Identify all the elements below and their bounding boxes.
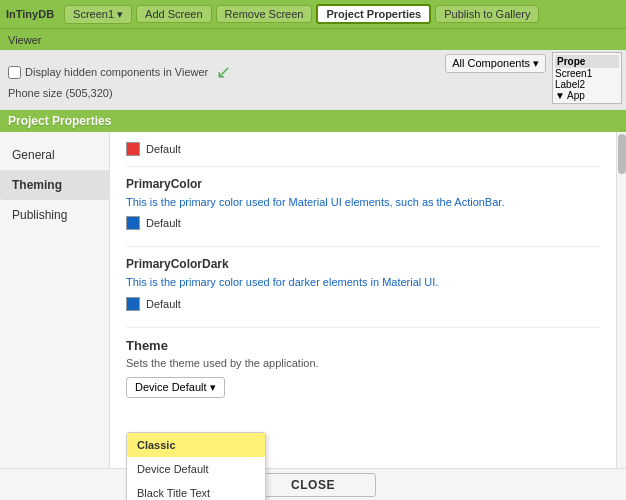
brand-label: InTinyDB bbox=[6, 8, 54, 20]
label2-item: Label2 bbox=[555, 79, 619, 90]
divider-1 bbox=[126, 166, 600, 167]
dropdown-item-black-title[interactable]: Black Title Text bbox=[127, 481, 265, 500]
screen-panel: Prope Screen1 Label2 ▼ App bbox=[552, 52, 622, 104]
hidden-components-checkbox[interactable] bbox=[8, 66, 21, 79]
screen-panel-header: Prope bbox=[555, 55, 619, 68]
project-properties-button[interactable]: Project Properties bbox=[316, 4, 431, 24]
primary-color-swatch[interactable] bbox=[126, 216, 140, 230]
red-swatch[interactable] bbox=[126, 142, 140, 156]
primary-color-dark-section: PrimaryColorDark This is the primary col… bbox=[126, 257, 600, 310]
all-components-dropdown[interactable]: All Components ▾ bbox=[445, 54, 546, 73]
first-default-label: Default bbox=[146, 143, 181, 155]
project-properties-title: Project Properties bbox=[8, 114, 111, 128]
sidebar-item-general[interactable]: General bbox=[0, 140, 109, 170]
primary-color-desc: This is the primary color used for Mater… bbox=[126, 195, 600, 210]
arrow-icon: ↙ bbox=[216, 61, 231, 83]
main-layout: General Theming Publishing Default Prima… bbox=[0, 132, 626, 500]
add-screen-button[interactable]: Add Screen bbox=[136, 5, 211, 23]
remove-screen-button[interactable]: Remove Screen bbox=[216, 5, 313, 23]
toolbar: InTinyDB Screen1 ▾ Add Screen Remove Scr… bbox=[0, 0, 626, 28]
sidebar-item-theming[interactable]: Theming bbox=[0, 170, 109, 200]
project-properties-header: Project Properties bbox=[0, 110, 626, 132]
theme-dropdown: Classic Device Default Black Title Text … bbox=[126, 432, 266, 500]
sidebar-item-publishing[interactable]: Publishing bbox=[0, 200, 109, 230]
first-default-row: Default bbox=[126, 142, 600, 156]
close-button[interactable]: CLOSE bbox=[250, 473, 376, 497]
hidden-components-row: Display hidden components in Viewer ↙ bbox=[8, 61, 231, 83]
screen1-item[interactable]: Screen1 bbox=[555, 68, 619, 79]
scrollbar-thumb[interactable] bbox=[618, 134, 626, 174]
primary-color-dark-swatch[interactable] bbox=[126, 297, 140, 311]
primary-color-dark-default-label: Default bbox=[146, 298, 181, 310]
hidden-components-label: Display hidden components in Viewer bbox=[25, 66, 208, 78]
sidebar: General Theming Publishing bbox=[0, 132, 110, 500]
theme-section: Theme Sets the theme used by the applica… bbox=[126, 338, 600, 398]
content-area: Default PrimaryColor This is the primary… bbox=[110, 132, 616, 500]
subtoolbar: Viewer bbox=[0, 28, 626, 50]
primary-color-dark-desc: This is the primary color used for darke… bbox=[126, 275, 600, 290]
publish-gallery-button[interactable]: Publish to Gallery bbox=[435, 5, 539, 23]
close-bar: CLOSE bbox=[0, 468, 626, 500]
dropdown-item-classic[interactable]: Classic bbox=[127, 433, 265, 457]
primary-color-default-label: Default bbox=[146, 217, 181, 229]
primary-color-dark-title: PrimaryColorDark bbox=[126, 257, 600, 271]
phone-size-label: Phone size (505,320) bbox=[8, 87, 231, 99]
theme-desc: Sets the theme used by the application. bbox=[126, 357, 600, 369]
screen1-button[interactable]: Screen1 ▾ bbox=[64, 5, 132, 24]
primary-color-title: PrimaryColor bbox=[126, 177, 600, 191]
primary-color-swatch-row: Default bbox=[126, 216, 600, 230]
app-item: ▼ App bbox=[555, 90, 619, 101]
theme-title: Theme bbox=[126, 338, 600, 353]
primary-color-dark-swatch-row: Default bbox=[126, 297, 600, 311]
device-default-button[interactable]: Device Default ▾ bbox=[126, 377, 225, 398]
viewer-area: Display hidden components in Viewer ↙ Ph… bbox=[0, 50, 626, 110]
divider-2 bbox=[126, 246, 600, 247]
viewer-inner: Display hidden components in Viewer ↙ Ph… bbox=[8, 57, 231, 103]
primary-color-section: PrimaryColor This is the primary color u… bbox=[126, 177, 600, 230]
scrollbar-track bbox=[616, 132, 626, 500]
divider-3 bbox=[126, 327, 600, 328]
viewer-label: Viewer bbox=[8, 34, 41, 46]
dropdown-item-device-default[interactable]: Device Default bbox=[127, 457, 265, 481]
